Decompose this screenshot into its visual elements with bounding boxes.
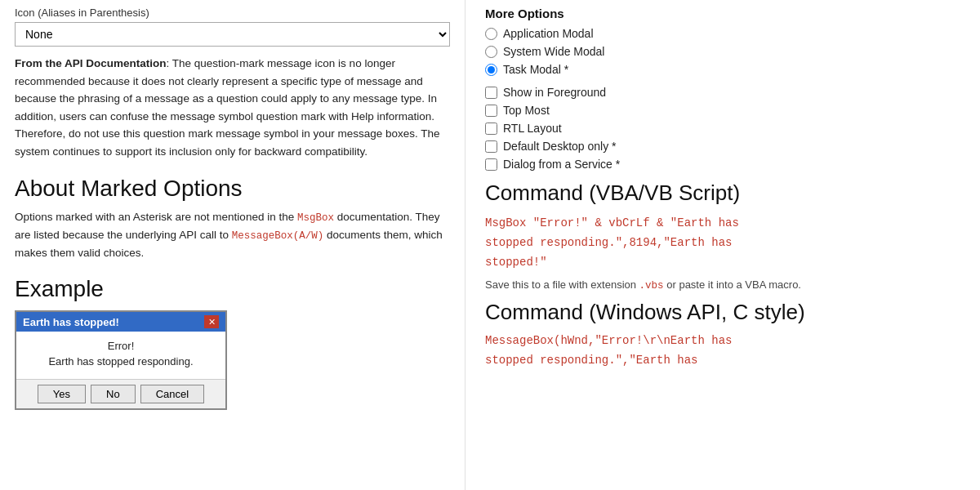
api-doc-strong: From the API Documentation bbox=[15, 57, 167, 69]
dialog-cancel-button[interactable]: Cancel bbox=[140, 385, 204, 403]
dialog-yes-button[interactable]: Yes bbox=[38, 385, 86, 403]
icon-label: Icon (Aliases in Parenthesis) bbox=[15, 7, 450, 19]
checkbox-top-most-label: Top Most bbox=[503, 104, 550, 117]
radio-system-wide-modal[interactable]: System Wide Modal bbox=[485, 45, 960, 58]
dialog-message: Earth has stopped responding. bbox=[26, 355, 216, 368]
about-marked-options-heading: About Marked Options bbox=[15, 176, 450, 202]
dialog-no-button[interactable]: No bbox=[91, 385, 136, 403]
dialog-buttons: Yes No Cancel bbox=[16, 379, 225, 408]
checkbox-default-desktop[interactable]: Default Desktop only * bbox=[485, 140, 960, 153]
checkbox-top-most[interactable]: Top Most bbox=[485, 104, 960, 117]
checkbox-rtl-layout[interactable]: RTL Layout bbox=[485, 122, 960, 135]
radio-system-wide-modal-label: System Wide Modal bbox=[503, 45, 604, 58]
radio-system-wide-modal-input[interactable] bbox=[485, 46, 497, 58]
dialog-body: Error! Earth has stopped responding. bbox=[16, 332, 225, 379]
vba-code-block: MsgBox "Error!" & vbCrLf & "Earth has st… bbox=[485, 214, 960, 272]
radio-task-modal-label: Task Modal * bbox=[503, 63, 568, 76]
checkbox-show-foreground-input[interactable] bbox=[485, 87, 497, 99]
messagebox-link[interactable]: MessageBox(A/W) bbox=[232, 230, 324, 242]
api-doc: From the API Documentation: The question… bbox=[15, 55, 450, 161]
checkbox-dialog-service-label: Dialog from a Service * bbox=[503, 158, 620, 171]
checkbox-top-most-input[interactable] bbox=[485, 105, 497, 117]
checkbox-dialog-service[interactable]: Dialog from a Service * bbox=[485, 158, 960, 171]
more-options-heading: More Options bbox=[485, 7, 960, 20]
c-code-block: MessageBox(hWnd,"Error!\r\nEarth has sto… bbox=[485, 332, 960, 371]
radio-task-modal-input[interactable] bbox=[485, 64, 497, 76]
icon-select[interactable]: None bbox=[15, 22, 450, 47]
options-checkbox-group: Show in Foreground Top Most RTL Layout D… bbox=[485, 86, 960, 171]
modal-radio-group: Application Modal System Wide Modal Task… bbox=[485, 27, 960, 76]
checkbox-dialog-service-input[interactable] bbox=[485, 158, 497, 171]
radio-application-modal-input[interactable] bbox=[485, 28, 497, 40]
msgbox-link[interactable]: MsgBox bbox=[297, 212, 334, 224]
example-heading: Example bbox=[15, 276, 450, 302]
about-text-1: Options marked with an Asterisk are not … bbox=[15, 211, 297, 223]
checkbox-show-foreground[interactable]: Show in Foreground bbox=[485, 86, 960, 99]
dialog-titlebar: Earth has stopped! ✕ bbox=[16, 312, 225, 332]
about-text: Options marked with an Asterisk are not … bbox=[15, 208, 450, 262]
save-hint: Save this to a file with extension .vbs … bbox=[485, 278, 960, 292]
checkbox-rtl-layout-label: RTL Layout bbox=[503, 122, 562, 135]
dialog-title: Earth has stopped! bbox=[23, 316, 119, 328]
checkbox-show-foreground-label: Show in Foreground bbox=[503, 86, 606, 99]
dialog-close-button[interactable]: ✕ bbox=[204, 315, 219, 328]
save-hint-prefix: Save this to a file with extension bbox=[485, 278, 639, 291]
save-hint-suffix: or paste it into a VBA macro. bbox=[664, 278, 801, 291]
left-column: Icon (Aliases in Parenthesis) None From … bbox=[0, 0, 466, 490]
checkbox-rtl-layout-input[interactable] bbox=[485, 122, 497, 135]
right-column: More Options Application Modal System Wi… bbox=[466, 0, 980, 490]
command-c-heading: Command (Windows API, C style) bbox=[485, 300, 960, 325]
dialog-error-label: Error! bbox=[26, 340, 216, 352]
dialog-preview: Earth has stopped! ✕ Error! Earth has st… bbox=[15, 310, 227, 410]
checkbox-default-desktop-label: Default Desktop only * bbox=[503, 140, 617, 153]
radio-application-modal-label: Application Modal bbox=[503, 27, 594, 40]
radio-task-modal[interactable]: Task Modal * bbox=[485, 63, 960, 76]
vbs-extension: .vbs bbox=[639, 280, 664, 292]
checkbox-default-desktop-input[interactable] bbox=[485, 140, 497, 153]
command-vba-heading: Command (VBA/VB Script) bbox=[485, 180, 960, 206]
radio-application-modal[interactable]: Application Modal bbox=[485, 27, 960, 40]
api-doc-text: : The question-mark message icon is no l… bbox=[15, 57, 440, 158]
